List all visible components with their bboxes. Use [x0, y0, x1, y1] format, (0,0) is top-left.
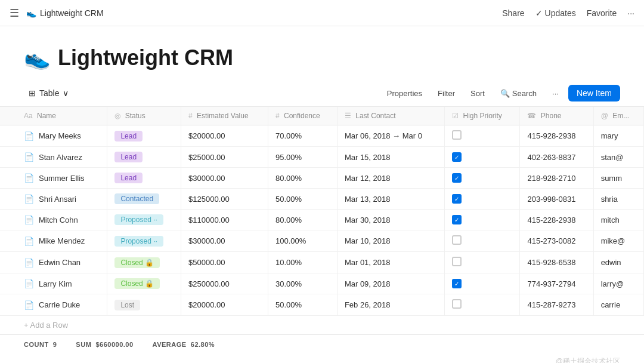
cell-phone: 774-937-2794 — [520, 273, 593, 294]
high-priority-checkbox[interactable]: ✓ — [452, 215, 462, 224]
cell-estimated-value: $110000.00 — [181, 210, 268, 230]
cell-status: Lead — [107, 147, 181, 168]
properties-button[interactable]: Properties — [381, 86, 428, 101]
doc-icon: 📄 — [24, 131, 34, 141]
cell-phone: 415-228-2938 — [520, 210, 593, 230]
cell-last-contact: Mar 30, 2018 — [337, 210, 444, 230]
cell-estimated-value: $20000.00 — [181, 294, 268, 316]
cell-last-contact: Mar 12, 2018 — [337, 168, 444, 189]
cell-email: mike@ — [593, 230, 643, 252]
sort-label: Sort — [470, 89, 485, 98]
page-title-text: Lightweight CRM — [58, 45, 233, 70]
name-value: Larry Kim — [39, 279, 72, 288]
footer-average: AVERAGE 62.80% — [153, 341, 215, 348]
footer-sum: SUM $660000.00 — [76, 341, 133, 348]
col-high-priority: ☑ High Priority — [445, 107, 520, 125]
hamburger-menu[interactable]: ☰ — [10, 7, 19, 20]
table-row[interactable]: 📄 Mike Mendez Proposed ·· $30000.00 100.… — [0, 230, 644, 252]
favorite-button[interactable]: Favorite — [587, 8, 617, 18]
cell-estimated-value: $250000.00 — [181, 273, 268, 294]
cell-name: 📄 Larry Kim — [0, 273, 107, 294]
table-row[interactable]: 📄 Mary Meeks Lead $20000.00 70.00% Mar 0… — [0, 125, 644, 147]
col-last-contact: ☰ Last Contact — [337, 107, 444, 125]
chevron-down-icon: ∨ — [63, 88, 69, 98]
table-row[interactable]: 📄 Edwin Chan Closed 🔒 $50000.00 10.00% M… — [0, 252, 644, 273]
check-icon: ✓ — [535, 8, 543, 18]
cell-email: mitch — [593, 210, 643, 230]
search-button[interactable]: 🔍 Search — [494, 86, 543, 101]
cell-email: edwin — [593, 252, 643, 273]
high-priority-checkbox[interactable] — [452, 130, 462, 140]
high-priority-checkbox[interactable] — [452, 299, 462, 309]
cell-name: 📄 Shri Ansari — [0, 189, 107, 210]
name-value: Summer Ellis — [39, 174, 85, 183]
status-badge: Lead — [114, 152, 143, 162]
col-email: @ Em... — [593, 107, 643, 125]
cell-high-priority: ✓ — [445, 273, 520, 294]
cell-confidence: 10.00% — [268, 252, 337, 273]
cell-email: carrie — [593, 294, 643, 316]
status-badge: Contacted — [114, 193, 159, 204]
cell-phone: 402-263-8837 — [520, 147, 593, 168]
col-name: Aa Name — [0, 107, 107, 125]
cell-last-contact: Mar 10, 2018 — [337, 230, 444, 252]
page-header: 👟 Lightweight CRM — [0, 26, 644, 80]
col-status: ◎ Status — [107, 107, 181, 125]
cell-last-contact: Feb 26, 2018 — [337, 294, 444, 316]
col-confidence: # Confidence — [268, 107, 337, 125]
cell-high-priority — [445, 294, 520, 316]
doc-icon: 📄 — [24, 152, 34, 162]
updates-button[interactable]: ✓ Updates — [535, 8, 576, 18]
name-value: Edwin Chan — [39, 258, 80, 267]
high-priority-checkbox[interactable]: ✓ — [452, 152, 462, 162]
high-priority-checkbox[interactable]: ✓ — [452, 173, 462, 183]
cell-high-priority — [445, 230, 520, 252]
table-row[interactable]: 📄 Larry Kim Closed 🔒 $250000.00 30.00% M… — [0, 273, 644, 294]
more-toolbar-button[interactable]: ··· — [546, 86, 565, 101]
new-item-button[interactable]: New Item — [568, 85, 620, 101]
doc-icon: 📄 — [24, 173, 34, 183]
cell-high-priority — [445, 125, 520, 147]
high-priority-checkbox[interactable] — [452, 257, 462, 266]
status-badge: Lost — [114, 300, 140, 310]
crm-table: Aa Name ◎ Status # Estimated Value # Con… — [0, 107, 644, 316]
cell-phone: 218-928-2710 — [520, 168, 593, 189]
high-priority-checkbox[interactable] — [452, 235, 462, 245]
cell-name: 📄 Carrie Duke — [0, 294, 107, 316]
cell-email: larry@ — [593, 273, 643, 294]
high-priority-checkbox[interactable]: ✓ — [452, 279, 462, 288]
topbar-right: Share ✓ Updates Favorite ··· — [502, 8, 634, 18]
high-priority-checkbox[interactable]: ✓ — [452, 194, 462, 204]
cell-estimated-value: $30000.00 — [181, 230, 268, 252]
cell-status: Proposed ·· — [107, 230, 181, 252]
status-badge: Proposed ·· — [114, 214, 163, 225]
cell-confidence: 100.00% — [268, 230, 337, 252]
sum-label: SUM — [76, 341, 91, 348]
status-badge: Closed 🔒 — [114, 278, 160, 289]
topbar: ☰ 👟 Lightweight CRM Share ✓ Updates Favo… — [0, 0, 644, 26]
cell-name: 📄 Summer Ellis — [0, 168, 107, 189]
cell-last-contact: Mar 13, 2018 — [337, 189, 444, 210]
cell-status: Lost — [107, 294, 181, 316]
filter-button[interactable]: Filter — [432, 86, 461, 101]
table-row[interactable]: 📄 Carrie Duke Lost $20000.00 50.00% Feb … — [0, 294, 644, 316]
name-value: Carrie Duke — [39, 300, 80, 309]
name-value: Mike Mendez — [39, 236, 85, 245]
cell-confidence: 70.00% — [268, 125, 337, 147]
table-view-button[interactable]: ⊞ Table ∨ — [24, 86, 73, 100]
table-row[interactable]: 📄 Mitch Cohn Proposed ·· $110000.00 80.0… — [0, 210, 644, 230]
table-row[interactable]: 📄 Stan Alvarez Lead $25000.00 95.00% Mar… — [0, 147, 644, 168]
table-footer: COUNT 9 SUM $660000.00 AVERAGE 62.80% — [0, 334, 644, 354]
table-row[interactable]: 📄 Summer Ellis Lead $30000.00 80.00% Mar… — [0, 168, 644, 189]
table-row[interactable]: 📄 Shri Ansari Contacted $125000.00 50.00… — [0, 189, 644, 210]
sort-button[interactable]: Sort — [465, 86, 491, 101]
cell-confidence: 95.00% — [268, 147, 337, 168]
share-button[interactable]: Share — [502, 8, 524, 18]
more-options-button[interactable]: ··· — [627, 8, 634, 18]
add-row-button[interactable]: + Add a Row — [0, 316, 644, 334]
cell-phone: 203-998-0831 — [520, 189, 593, 210]
toolbar: ⊞ Table ∨ Properties Filter Sort 🔍 Searc… — [0, 80, 644, 107]
cell-confidence: 80.00% — [268, 168, 337, 189]
cell-phone: 415-287-9273 — [520, 294, 593, 316]
watermark: @稀土掘金技术社区 — [0, 354, 644, 363]
